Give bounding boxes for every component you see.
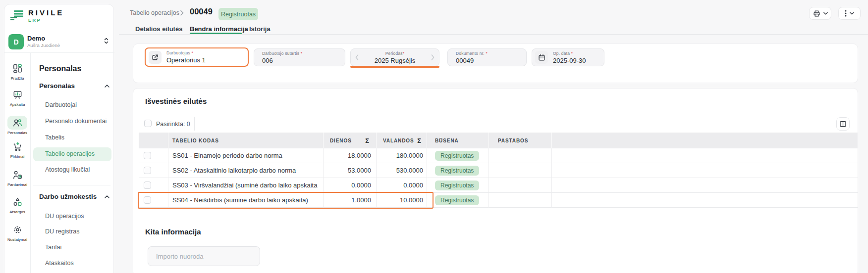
row-checkbox[interactable] bbox=[144, 196, 151, 204]
dashboard-icon bbox=[12, 63, 23, 74]
table-row[interactable]: SS01 - Einamojo periodo darbo norma 18.0… bbox=[139, 148, 858, 163]
status-badge: Registruotas bbox=[218, 8, 258, 20]
breadcrumb-chevron-icon bbox=[180, 10, 184, 16]
sidebar-item-du-operacijos[interactable]: DU operacijos bbox=[45, 213, 84, 220]
user-switcher-chevron-icon[interactable] bbox=[104, 37, 109, 45]
cell-code: SS02 - Ataskaitinio laikotarpio darbo no… bbox=[168, 163, 324, 178]
section-title-isvestines: Išvestinės eilutės bbox=[145, 97, 207, 105]
user-name: Demo bbox=[27, 35, 45, 42]
sidebar-item-tabelis[interactable]: Tabelis bbox=[45, 134, 64, 141]
field-value: 006 bbox=[262, 57, 345, 64]
tab-detalios-eilutes[interactable]: Detalios eilutės bbox=[135, 25, 182, 33]
dokumento-nr-field[interactable]: Dokumento nr. * 00049 bbox=[447, 48, 527, 66]
cell-days: 0.0000 bbox=[324, 178, 377, 193]
required-mark: * bbox=[486, 51, 488, 56]
cell-days: 1.0000 bbox=[324, 193, 377, 208]
sidebar-item-atostogu-likuciai[interactable]: Atostogų likučiai bbox=[45, 166, 90, 173]
sidebar-item-tabelio-operacijos[interactable]: Tabelio operacijos bbox=[45, 150, 95, 157]
selected-count-label: Pasirinkta: 0 bbox=[156, 121, 190, 128]
header-checkbox-cell bbox=[139, 133, 168, 148]
periodas-highlight-underline bbox=[350, 66, 439, 68]
cell-empty bbox=[552, 163, 858, 178]
rail-item-pirkimai[interactable]: Pirkimai bbox=[4, 139, 30, 159]
rail-label: Personalas bbox=[7, 131, 27, 135]
field-label: Dokumento nr. bbox=[456, 51, 485, 56]
rail-label: Pardavimai bbox=[7, 182, 27, 187]
rail-item-pardavimai[interactable]: Pardavimai bbox=[4, 168, 30, 187]
shapes-icon bbox=[12, 197, 23, 207]
people-icon bbox=[12, 118, 23, 128]
rail-item-personalas[interactable]: Personalas bbox=[4, 116, 30, 135]
print-button[interactable] bbox=[809, 7, 831, 20]
chart-board-icon bbox=[12, 90, 23, 100]
rivile-logo-icon bbox=[9, 9, 24, 21]
calendar-icon[interactable] bbox=[535, 51, 548, 64]
row-checkbox[interactable] bbox=[144, 167, 151, 174]
sidebar-item-darbuotojai[interactable]: Darbuotojai bbox=[45, 101, 77, 108]
sidebar-title: Personalas bbox=[39, 64, 81, 73]
cell-days: 18.0000 bbox=[324, 148, 377, 163]
header-tabelio-kodas: TABELIO KODAS bbox=[168, 133, 324, 148]
op-data-field[interactable]: Op. data * 2025-09-30 bbox=[532, 48, 604, 66]
cell-notes bbox=[489, 193, 552, 208]
sidebar-item-personalo-dokumentai[interactable]: Personalo dokumentai bbox=[45, 118, 107, 125]
sidebar-item-tarifai[interactable]: Tarifai bbox=[45, 244, 61, 251]
field-label: Darbuotojo sutartis bbox=[262, 51, 299, 56]
required-mark: * bbox=[571, 51, 573, 56]
table-row[interactable]: SS02 - Ataskaitinio laikotarpio darbo no… bbox=[139, 163, 858, 178]
external-link-icon[interactable] bbox=[149, 51, 162, 64]
required-mark: * bbox=[403, 51, 405, 56]
cart-icon bbox=[12, 141, 23, 152]
importo-nuoroda-input[interactable] bbox=[148, 246, 260, 266]
darbuotojas-field[interactable]: Darbuotojas * Operatorius 1 bbox=[145, 47, 249, 67]
table-row-highlighted[interactable]: SS04 - Neišdirbis (suminė darbo laiko ap… bbox=[139, 193, 858, 208]
rail-item-atsargos[interactable]: Atsargos bbox=[4, 195, 30, 214]
cell-days: 53.0000 bbox=[324, 163, 377, 178]
darbuotojo-sutartis-field[interactable]: Darbuotojo sutartis * 006 bbox=[254, 48, 345, 66]
field-label: Op. data bbox=[553, 51, 570, 56]
header-empty-cell bbox=[552, 133, 858, 148]
page-title: 00049 bbox=[190, 7, 213, 16]
field-value: Operatorius 1 bbox=[166, 56, 206, 64]
select-all-checkbox[interactable] bbox=[144, 120, 152, 127]
row-checkbox[interactable] bbox=[144, 182, 151, 189]
field-value: 00049 bbox=[456, 57, 526, 64]
cell-empty bbox=[552, 148, 858, 163]
sidebar-divider bbox=[4, 52, 114, 53]
tab-istorija[interactable]: Istorija bbox=[249, 25, 271, 33]
more-actions-button[interactable] bbox=[838, 7, 861, 20]
column-settings-button[interactable] bbox=[836, 117, 850, 131]
section-title-kita: Kita informacija bbox=[145, 228, 201, 236]
cell-code: SS03 - Viršvalandžiai (suminė darbo laik… bbox=[168, 178, 324, 193]
cell-notes bbox=[489, 163, 552, 178]
toolbar-divider bbox=[194, 117, 195, 131]
chevron-up-icon[interactable] bbox=[105, 85, 109, 88]
chevron-right-icon[interactable] bbox=[431, 54, 434, 60]
rail-item-pradzia[interactable]: Pradžia bbox=[4, 61, 30, 81]
sidebar-item-du-registras[interactable]: DU registras bbox=[45, 228, 79, 235]
rail-label: Atsargos bbox=[9, 210, 25, 214]
periodas-field[interactable]: Periodas* 2025 Rugsėjis bbox=[350, 48, 439, 66]
tab-bendra-informacija[interactable]: Bendra informacija bbox=[190, 25, 248, 33]
cell-empty bbox=[552, 193, 858, 208]
header-dienos: DIENOS Σ bbox=[324, 133, 377, 148]
cell-hours: 530.0000 bbox=[377, 163, 427, 178]
table-row[interactable]: SS03 - Viršvalandžiai (suminė darbo laik… bbox=[139, 178, 858, 193]
brand-logo: RIVILE ERP bbox=[9, 9, 64, 23]
status-badge: Registruotas bbox=[435, 166, 479, 176]
row-checkbox[interactable] bbox=[144, 152, 151, 159]
cell-hours: 180.0000 bbox=[377, 148, 427, 163]
sidebar-item-ataskaitos[interactable]: Ataskaitos bbox=[45, 260, 74, 267]
rail-item-nustatymai[interactable]: Nustatymai bbox=[4, 223, 30, 242]
required-mark: * bbox=[192, 50, 194, 55]
rail-item-apskaita[interactable]: Apskaita bbox=[4, 88, 30, 107]
breadcrumb[interactable]: Tabelio operacijos bbox=[130, 9, 179, 16]
sidebar-section-personalas[interactable]: Personalas bbox=[39, 82, 75, 90]
chevron-left-icon[interactable] bbox=[355, 54, 359, 60]
sidebar: RIVILE ERP D Demo Aušra Juodienė Pradžia bbox=[4, 4, 114, 273]
chevron-up-icon[interactable] bbox=[105, 195, 109, 198]
tabbar-divider bbox=[119, 34, 868, 35]
sidebar-section-darbo-uzmokestis[interactable]: Darbo užmokestis bbox=[39, 193, 97, 200]
table-header-row: TABELIO KODAS DIENOS Σ VALANDOS Σ BŪSENA… bbox=[139, 133, 858, 148]
cell-notes bbox=[489, 178, 552, 193]
